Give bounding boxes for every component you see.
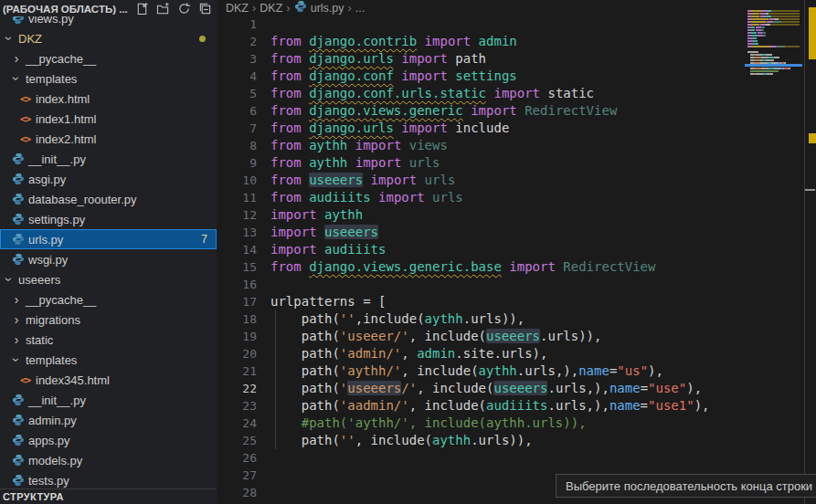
- tree-item-apps.py[interactable]: apps.py: [0, 430, 217, 450]
- code-line-19[interactable]: 19 path('useeer/', include(useeers.urls)…: [217, 328, 743, 345]
- tree-item-database_roouter.py[interactable]: database_roouter.py: [0, 189, 217, 209]
- python-file-icon: [10, 394, 26, 406]
- minimap-line: [747, 24, 800, 26]
- line-number: 21: [217, 362, 257, 380]
- code-line-23[interactable]: 23 path('aadmin/', include(audiiits.urls…: [217, 397, 743, 415]
- tree-item-label: templates: [26, 353, 77, 367]
- tree-item-tests.py[interactable]: tests.py: [0, 470, 217, 488]
- code-line-25[interactable]: 25 path('', include(aythh.urls)),: [217, 432, 743, 449]
- tree-item-urls.py[interactable]: urls.py7: [0, 229, 217, 249]
- explorer-section-header[interactable]: (РАБОЧАЯ ОБЛАСТЬ) ...: [0, 0, 217, 16]
- code-line-12[interactable]: 12import aythh: [217, 206, 743, 224]
- tree-item-models.py[interactable]: models.py: [0, 450, 217, 470]
- code-line-4[interactable]: 4from django.conf import settings: [217, 68, 743, 85]
- minimap-line: [747, 68, 800, 69]
- breadcrumb-item-urls.py[interactable]: urls.py: [294, 0, 344, 16]
- new-folder-icon[interactable]: [156, 2, 170, 16]
- minimap[interactable]: [747, 7, 800, 84]
- tree-item-wsgi.py[interactable]: wsgi.py: [0, 249, 217, 269]
- code-line-21[interactable]: 21 path('aythh/', include(aythh.urls,),n…: [217, 362, 743, 380]
- tree-item-useeers[interactable]: ›useeers: [0, 269, 217, 289]
- code-line-24[interactable]: 24 #path('aythh/', include(aythh.urls)),: [217, 415, 743, 432]
- code-line-2[interactable]: 2from django.contrib import admin: [217, 33, 743, 50]
- tree-item-__init__.py[interactable]: __init__.py: [0, 149, 217, 169]
- code-line-10[interactable]: 10from useeers import urls: [217, 172, 743, 189]
- code-line-8[interactable]: 8from aythh import views: [217, 137, 743, 154]
- breadcrumb-item-...[interactable]: ...: [355, 2, 365, 15]
- breadcrumb-label: DKZ: [260, 2, 282, 15]
- code-line-22[interactable]: 22 path('useeers/', include(useeers.urls…: [217, 380, 743, 397]
- tree-item-index1.html[interactable]: <>index1.html: [0, 109, 217, 129]
- tree-item-static[interactable]: ›static: [0, 330, 217, 350]
- collapse-all-icon[interactable]: [198, 2, 212, 16]
- tree-item-label: asgi.py: [28, 173, 66, 186]
- new-file-icon[interactable]: [135, 2, 149, 16]
- code-area[interactable]: 12from django.contrib import admin3from …: [217, 16, 743, 501]
- tree-item-templates[interactable]: ›templates: [0, 350, 217, 370]
- python-file-icon: [10, 414, 26, 426]
- outline-section-header[interactable]: СТРУКТУРА: [0, 488, 217, 504]
- code-line-17[interactable]: 17urlpatterns = [: [217, 293, 743, 310]
- minimap-line: [747, 59, 800, 61]
- tree-item-index.html[interactable]: <>index.html: [0, 89, 217, 109]
- breadcrumb-item-DKZ[interactable]: DKZ: [260, 2, 282, 15]
- chevron-right-icon: ›: [10, 52, 23, 65]
- ruler-mark-cursor: [805, 189, 815, 191]
- minimap-line: [747, 10, 800, 12]
- tree-item-asgi.py[interactable]: asgi.py: [0, 169, 217, 189]
- tree-item-index2.html[interactable]: <>index2.html: [0, 129, 217, 149]
- tree-item-label: static: [26, 333, 53, 347]
- tree-item-migrations[interactable]: ›migrations: [0, 310, 217, 330]
- code-line-3[interactable]: 3from django.urls import path: [217, 50, 743, 68]
- minimap-line: [747, 32, 800, 34]
- tree-item-views.py[interactable]: views.py: [0, 16, 217, 28]
- tree-item-label: __pycache__: [26, 293, 96, 307]
- code-line-6[interactable]: 6from django.views.generic import Redire…: [217, 102, 743, 120]
- code-line-20[interactable]: 20 path('admin/', admin.site.urls),: [217, 345, 743, 362]
- code-line-11[interactable]: 11from audiiits import urls: [217, 189, 743, 206]
- line-number: 20: [217, 345, 257, 362]
- tree-item-label: settings.py: [28, 213, 85, 226]
- breadcrumb-item-DKZ[interactable]: DKZ: [226, 2, 249, 15]
- line-content: from django.contrib import admin: [270, 33, 517, 50]
- explorer-sidebar: (РАБОЧАЯ ОБЛАСТЬ) ... views.py›DKZ›__pyc…: [0, 0, 217, 504]
- code-line-26[interactable]: 26: [217, 449, 743, 467]
- code-line-15[interactable]: 15from django.views.generic.base import …: [217, 258, 743, 276]
- code-line-18[interactable]: 18 path('',include(aythh.urls)),: [217, 310, 743, 328]
- minimap-line: [747, 65, 800, 67]
- code-line-7[interactable]: 7from django.urls import include: [217, 120, 743, 137]
- tree-item-label: migrations: [26, 313, 80, 327]
- minimap-line: [747, 54, 800, 56]
- tree-item-label: __init__.py: [28, 152, 86, 166]
- line-number: 8: [217, 137, 257, 154]
- minimap-line: [747, 43, 800, 45]
- code-line-9[interactable]: 9from aythh import urls: [217, 154, 743, 172]
- tree-item-admin.py[interactable]: admin.py: [0, 410, 217, 430]
- tree-item-index345.html[interactable]: <>index345.html: [0, 370, 217, 390]
- explorer-actions: [135, 2, 212, 16]
- tree-item-settings.py[interactable]: settings.py: [0, 209, 217, 229]
- tree-item-__pycache__[interactable]: ›__pycache__: [0, 48, 217, 68]
- html-file-icon: <>: [17, 113, 33, 125]
- breadcrumb-separator: ›: [252, 1, 256, 15]
- line-content: from django.urls import path: [270, 50, 486, 68]
- chevron-down-icon: ›: [10, 72, 23, 85]
- code-line-13[interactable]: 13import useeers: [217, 224, 743, 241]
- tree-item-label: apps.py: [28, 434, 70, 447]
- vscode-window: (РАБОЧАЯ ОБЛАСТЬ) ... views.py›DKZ›__pyc…: [0, 0, 816, 504]
- file-tree: views.py›DKZ›__pycache__›templates<>inde…: [0, 16, 217, 488]
- code-line-1[interactable]: 1: [217, 16, 743, 33]
- tree-item-DKZ[interactable]: ›DKZ: [0, 28, 217, 48]
- indent-guide: [275, 310, 276, 449]
- code-line-14[interactable]: 14import audiiits: [217, 241, 743, 258]
- python-file-icon: [10, 233, 26, 246]
- code-line-16[interactable]: 16: [217, 276, 743, 293]
- line-content: path('useeers/', include(useeers.urls,),…: [270, 380, 702, 397]
- code-line-5[interactable]: 5from django.conf.urls.static import sta…: [217, 85, 743, 102]
- refresh-icon[interactable]: [177, 2, 191, 16]
- line-content: urlpatterns = [: [270, 293, 386, 310]
- tree-item-templates[interactable]: ›templates: [0, 68, 217, 89]
- tree-item-__pycache__[interactable]: ›__pycache__: [0, 289, 217, 310]
- tree-item-__init__.py[interactable]: __init__.py: [0, 390, 217, 410]
- line-content: from django.views.generic import Redirec…: [270, 102, 617, 120]
